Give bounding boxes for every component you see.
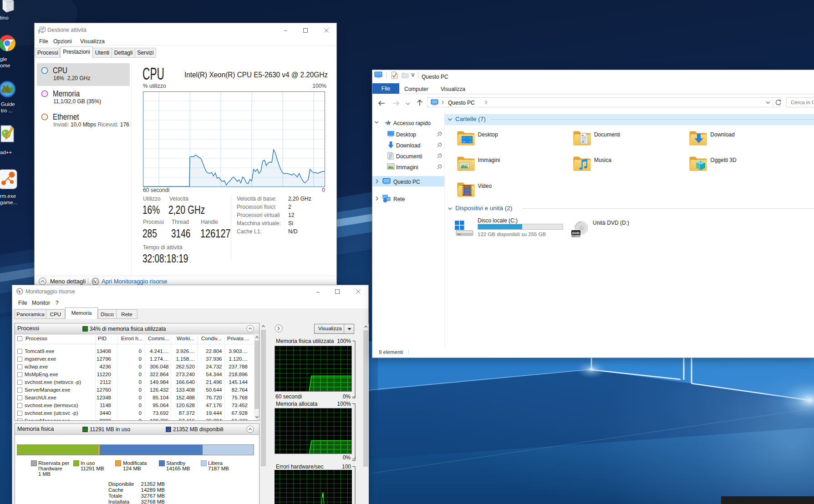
svg-text:DVD: DVD bbox=[572, 231, 580, 235]
